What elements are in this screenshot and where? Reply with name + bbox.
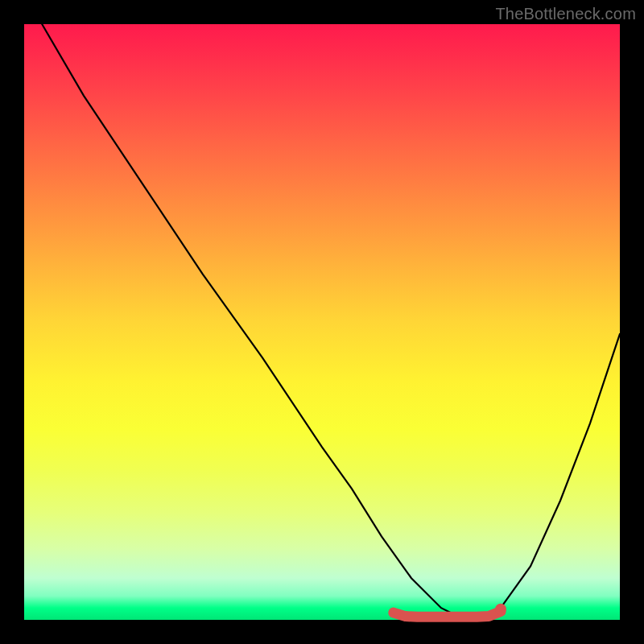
chart-plot-area xyxy=(24,24,620,620)
bottleneck-curve-line xyxy=(42,24,620,617)
chart-frame: TheBottleneck.com xyxy=(0,0,644,644)
svg-point-0 xyxy=(495,604,506,615)
optimal-zone-line xyxy=(394,612,501,617)
optimal-point-marker xyxy=(495,604,506,615)
watermark-text: TheBottleneck.com xyxy=(495,5,636,23)
